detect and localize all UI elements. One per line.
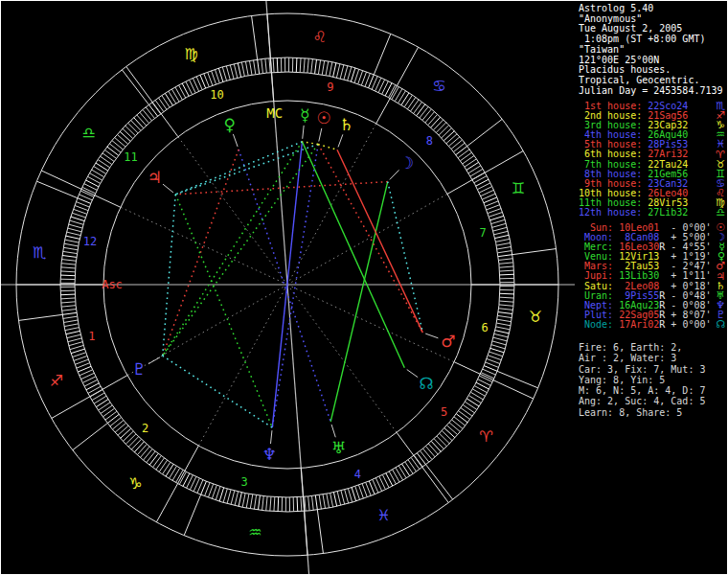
degree-tick (395, 89, 402, 102)
aspect-trine-line (302, 142, 404, 368)
degree-tick (355, 486, 360, 499)
degree-tick (62, 310, 77, 311)
chart-name: "Anonymous" (579, 13, 642, 24)
degree-tick (222, 67, 226, 80)
degree-tick (496, 327, 511, 330)
degree-tick (396, 468, 403, 480)
aspect-trine-line (175, 195, 272, 427)
degree-tick (495, 239, 510, 242)
degree-tick (311, 58, 313, 73)
sign-boundary-line (36, 181, 78, 198)
sign-glyph-aries: ♈ (479, 427, 492, 446)
degree-tick (348, 67, 352, 80)
degree-tick (155, 100, 164, 111)
degree-tick (96, 163, 108, 171)
degree-tick (336, 63, 339, 78)
axis-line (257, 0, 287, 285)
house-text: 12th house: 27Lib32 (579, 208, 688, 218)
degree-tick (66, 331, 80, 334)
degree-tick (414, 102, 422, 113)
degree-tick (499, 266, 513, 267)
degree-tick (318, 60, 320, 75)
degree-tick (315, 59, 317, 74)
sign-glyph-pisces: ♓ (376, 506, 390, 524)
chart-time: 1:08pm (ST +8:00 GMT) (579, 34, 705, 44)
degree-tick (72, 353, 85, 357)
degree-tick (61, 302, 76, 303)
degree-tick (65, 240, 80, 242)
planet-pointer-line (303, 126, 304, 139)
degree-tick (120, 131, 130, 141)
sign-boundary-line (374, 34, 391, 75)
degree-tick (315, 495, 317, 510)
degree-tick (470, 392, 483, 400)
degree-tick (404, 95, 412, 107)
planet-glyph-moon: ☽ (399, 153, 414, 172)
degree-tick (61, 306, 76, 307)
aspect-conjunction-line (302, 142, 318, 145)
degree-tick (407, 97, 415, 108)
house-number-11: 11 (124, 150, 137, 164)
degree-tick (398, 466, 406, 478)
degree-tick (61, 264, 76, 264)
degree-tick (425, 112, 435, 123)
degree-tick (64, 243, 79, 246)
degree-tick (137, 445, 147, 455)
degree-tick (489, 352, 503, 356)
degree-tick (60, 275, 75, 276)
degree-tick (442, 128, 452, 138)
degree-tick (162, 96, 170, 107)
sign-glyph-taurus: ♉ (529, 308, 542, 326)
degree-tick (423, 448, 433, 460)
degree-tick (500, 297, 514, 298)
degree-tick (452, 420, 464, 429)
degree-tick (322, 60, 324, 75)
degree-tick (273, 58, 274, 72)
degree-tick (500, 293, 514, 294)
degree-tick (100, 156, 111, 164)
sign-glyph-gemini: ♊ (512, 179, 525, 197)
degree-tick (437, 436, 447, 447)
degree-tick (143, 109, 152, 121)
degree-tick (308, 496, 309, 511)
degree-tick (333, 63, 336, 78)
degree-tick (128, 437, 138, 448)
degree-tick (144, 449, 153, 461)
degree-tick (499, 309, 513, 310)
degree-tick (468, 396, 481, 403)
degree-tick (304, 58, 305, 73)
degree-tick (492, 223, 506, 227)
chart-wheel: ♈♉♊♋♌♍♎♏♐♑♒♓123456789101112☉☽☿♀♂♃♄♅♆♇☊MC… (0, 0, 575, 575)
degree-tick (152, 456, 161, 468)
asc-label: Asc (102, 278, 123, 291)
sign-glyph-cancer: ♋ (432, 77, 445, 95)
degree-tick (254, 495, 256, 510)
degree-tick (163, 462, 171, 474)
degree-tick (333, 493, 336, 507)
degree-tick (411, 458, 420, 470)
degree-tick (465, 159, 476, 167)
sign-boundary-line (252, 15, 258, 59)
degree-tick (62, 255, 77, 257)
degree-tick (67, 228, 81, 232)
aspect-sextile-line (163, 195, 176, 356)
degree-tick (401, 93, 409, 105)
degree-tick (301, 497, 302, 512)
degree-tick (278, 497, 279, 512)
sign-boundary-line (497, 371, 538, 388)
degree-tick (110, 418, 122, 426)
house-cusp-list: 1st house: 22Sco24♏ 2nd house: 21Sag56♐ … (579, 102, 726, 218)
astrolog-window: ♈♉♊♋♌♍♎♏♐♑♒♓123456789101112☉☽☿♀♂♃♄♅♆♇☊MC… (0, 0, 728, 575)
planet-pointer-line (148, 357, 160, 364)
degree-tick (223, 489, 227, 502)
degree-tick (487, 358, 500, 363)
degree-tick (468, 166, 481, 173)
degree-tick (270, 496, 271, 511)
degree-tick (245, 61, 248, 76)
house-number-2: 2 (142, 422, 148, 435)
degree-tick (109, 144, 121, 152)
sign-boundary-line (467, 119, 502, 146)
sign-boundary-line (317, 510, 323, 554)
degree-tick (118, 426, 128, 435)
degree-tick (159, 460, 167, 472)
